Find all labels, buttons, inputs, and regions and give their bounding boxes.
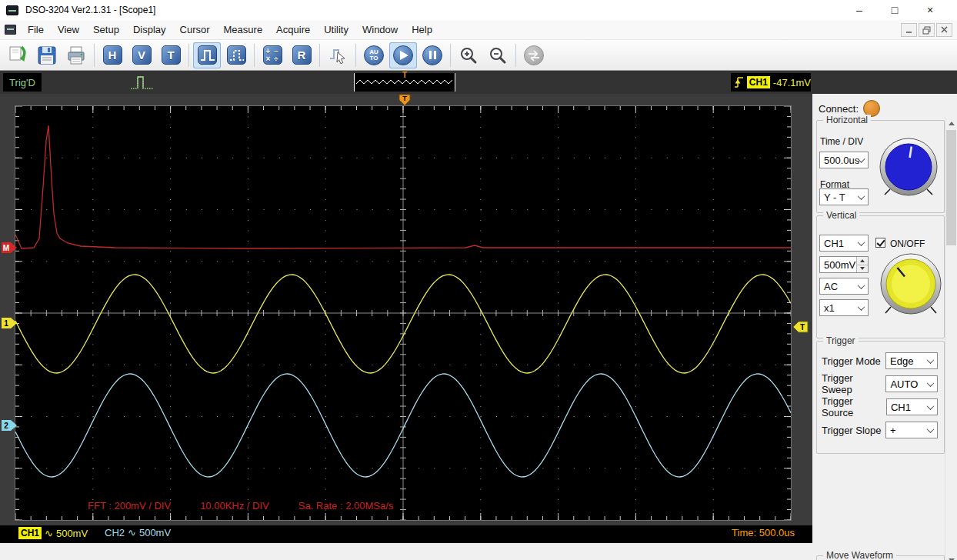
- ch1-readout: CH1 ∿ 500mV: [18, 527, 88, 539]
- close-button[interactable]: ×: [912, 0, 948, 20]
- toolbar-separator: [94, 44, 95, 67]
- probe-select[interactable]: x1: [819, 299, 869, 316]
- v-icon: V: [132, 45, 152, 65]
- svg-text:2: 2: [4, 422, 8, 430]
- autoset-button[interactable]: AUTO: [360, 42, 388, 68]
- time-div-select[interactable]: 500.0us: [819, 152, 869, 168]
- trigger-sweep-label: Trigger Sweep: [822, 372, 885, 395]
- trace-ch2: [15, 374, 791, 477]
- menu-help[interactable]: Help: [405, 21, 439, 39]
- title-bar: DSO-3204 Ver2.1.31 - [Scope1] – □ ×: [0, 0, 957, 20]
- math-button[interactable]: + −× ÷: [258, 42, 286, 68]
- run-button[interactable]: [389, 42, 417, 68]
- time-div-label: Time / DIV: [820, 136, 863, 147]
- trigger-group-title: Trigger: [823, 335, 859, 346]
- zoom-out-button[interactable]: [484, 42, 512, 68]
- ch1-zero-marker[interactable]: 1: [1, 317, 18, 332]
- trigger-source-select[interactable]: CH1: [886, 398, 938, 415]
- fft-zero-marker[interactable]: M: [1, 242, 18, 257]
- trigger-group: Trigger Trigger Mode Edge Trigger Sweep …: [816, 341, 945, 454]
- toolbar-separator: [254, 44, 255, 67]
- svg-text:M: M: [3, 244, 9, 252]
- scroll-thumb[interactable]: [946, 130, 956, 245]
- vertical-setup-button[interactable]: V: [128, 42, 155, 68]
- mdi-close-button[interactable]: [936, 23, 952, 37]
- ch1-coupling-icon: ∿: [45, 528, 53, 539]
- trigger-level-value: -47.1mV: [773, 77, 811, 88]
- chevron-down-icon: [858, 303, 865, 311]
- scope-plot[interactable]: FFT : 200mV / DIV10.00KHz / DIVSa. Rate …: [15, 106, 791, 520]
- maximize-button[interactable]: □: [877, 0, 912, 20]
- menu-cursor[interactable]: Cursor: [173, 21, 217, 39]
- save-icon: [37, 45, 57, 65]
- menu-acquire[interactable]: Acquire: [269, 21, 317, 39]
- fft-readout: FFT : 200mV / DIV10.00KHz / DIVSa. Rate …: [88, 500, 422, 512]
- vertical-group: Vertical CH1 ON/OFF 500mV AC x1: [816, 215, 945, 338]
- r-icon: R: [292, 45, 312, 65]
- menu-setup[interactable]: Setup: [86, 21, 126, 39]
- open-button[interactable]: [4, 42, 32, 68]
- trigger-position-marker[interactable]: T: [398, 94, 412, 109]
- print-button[interactable]: [62, 42, 90, 68]
- spin-up-button[interactable]: [857, 257, 868, 265]
- move-waveform-title: Move Waveform: [823, 550, 896, 560]
- chevron-down-icon: [927, 356, 935, 364]
- horizontal-setup-button[interactable]: H: [98, 42, 126, 68]
- swap-arrows-icon: [526, 48, 542, 63]
- pause-button[interactable]: [418, 42, 446, 68]
- mdi-minimize-button[interactable]: [901, 23, 917, 37]
- swap-button[interactable]: [520, 42, 548, 68]
- pulse-reference-button[interactable]: [222, 42, 250, 68]
- menu-utility[interactable]: Utility: [317, 21, 355, 39]
- cursor-measure-button[interactable]: [324, 42, 352, 68]
- menu-view[interactable]: View: [51, 21, 86, 39]
- menu-display[interactable]: Display: [126, 21, 173, 39]
- chevron-down-icon: [858, 192, 865, 200]
- trigger-status-bar: Trig'D T CH1 -47.1mV: [0, 71, 957, 94]
- zoom-in-button[interactable]: [455, 42, 482, 68]
- menu-file[interactable]: File: [21, 21, 51, 39]
- menu-bar: File View Setup Display Cursor Measure A…: [0, 20, 957, 40]
- save-button[interactable]: [33, 42, 61, 68]
- toolbar-separator: [319, 44, 320, 67]
- scroll-up-button[interactable]: [945, 117, 957, 129]
- trigger-slope-select[interactable]: +: [885, 422, 938, 438]
- app-icon: [6, 5, 18, 15]
- coupling-select[interactable]: AC: [819, 278, 869, 295]
- pulse-normal-button[interactable]: [193, 42, 221, 68]
- scope-display: FFT : 200mV / DIV10.00KHz / DIVSa. Rate …: [0, 94, 812, 525]
- vertical-channel-select[interactable]: CH1: [819, 235, 869, 252]
- scope-column: FFT : 200mV / DIV10.00KHz / DIVSa. Rate …: [0, 94, 812, 560]
- trigger-setup-button[interactable]: T: [157, 42, 185, 68]
- trigger-sweep-select[interactable]: AUTO: [885, 375, 938, 392]
- chevron-down-icon: [858, 238, 865, 246]
- trigger-readout: CH1 -47.1mV: [731, 73, 811, 92]
- play-icon: [400, 51, 408, 60]
- pulse-icon: [198, 46, 216, 65]
- horizontal-group: Horizontal Time / DIV 500.0us Format Y -…: [816, 120, 945, 213]
- ch2-zero-marker[interactable]: 2: [1, 419, 18, 435]
- reference-button[interactable]: R: [288, 42, 315, 68]
- toolbar-separator: [450, 44, 451, 67]
- menu-window[interactable]: Window: [355, 21, 405, 39]
- pause-icon: [429, 51, 436, 59]
- trigger-mode-select[interactable]: Edge: [885, 352, 938, 369]
- trigger-level-marker[interactable]: T: [792, 321, 809, 336]
- vertical-knob[interactable]: [879, 252, 943, 322]
- menu-measure[interactable]: Measure: [217, 21, 270, 39]
- format-select[interactable]: Y - T: [819, 188, 869, 205]
- scroll-down-button[interactable]: [945, 554, 957, 560]
- volts-div-spinner[interactable]: 500mV: [819, 256, 869, 273]
- window-title: DSO-3204 Ver2.1.31 - [Scope1]: [25, 5, 155, 15]
- pulse-dashed-icon: [228, 46, 245, 65]
- minimize-button[interactable]: –: [842, 0, 877, 20]
- horizontal-knob[interactable]: [877, 136, 940, 204]
- trigger-mode-label: Trigger Mode: [822, 355, 881, 367]
- toolbar-separator: [515, 44, 516, 67]
- mdi-restore-button[interactable]: [919, 23, 935, 37]
- panel-scrollbar[interactable]: [945, 117, 957, 560]
- spin-down-button[interactable]: [857, 265, 868, 273]
- document-icon: [5, 25, 16, 35]
- waveform-preview[interactable]: T: [354, 73, 455, 92]
- channel-onoff-checkbox[interactable]: [875, 238, 885, 248]
